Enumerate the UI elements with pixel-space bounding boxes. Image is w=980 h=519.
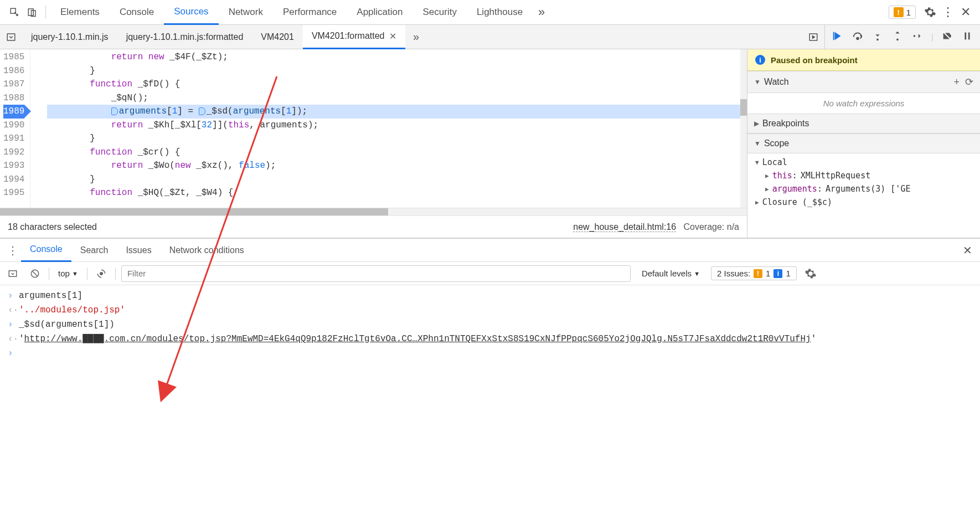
inspect-icon[interactable] (6, 3, 23, 21)
close-drawer-icon[interactable]: ✕ (959, 242, 976, 259)
source-link[interactable]: new_house_detail.html:16 (573, 222, 676, 232)
drawer-tab-issues[interactable]: Issues (117, 239, 160, 262)
source-tabs-row: jquery-1.10.1.min.js jquery-1.10.1.min.j… (0, 25, 980, 49)
debug-controls: | (824, 25, 980, 49)
live-expression-icon[interactable] (93, 265, 110, 282)
console-toolbar: top ▼ Default levels ▼ 2 Issues: !1 i1 (0, 262, 980, 285)
drawer-tab-network-conditions[interactable]: Network conditions (161, 239, 253, 262)
drawer-tab-search[interactable]: Search (71, 239, 117, 262)
log-levels-selector[interactable]: Default levels ▼ (636, 269, 705, 278)
vertical-scrollbar[interactable] (740, 49, 747, 208)
tab-sources[interactable]: Sources (164, 0, 218, 25)
tab-application[interactable]: Application (347, 0, 412, 25)
code-status-bar: 18 characters selected new_house_detail.… (0, 215, 747, 238)
svg-rect-3 (7, 34, 15, 40)
main-panes: 1985198619871988198919901991199219931994… (0, 49, 980, 238)
kebab-menu-icon[interactable]: ⋮ (939, 3, 957, 21)
issues-count: 1 (906, 8, 911, 17)
step-over-icon[interactable] (852, 30, 864, 44)
source-tab-1[interactable]: jquery-1.10.1.min.js:formatted (117, 25, 252, 49)
device-toggle-icon[interactable] (23, 3, 41, 21)
tab-elements[interactable]: Elements (50, 0, 110, 25)
close-devtools-icon[interactable]: ✕ (957, 3, 974, 21)
scope-local[interactable]: ▼Local (755, 156, 980, 169)
info-icon: i (773, 269, 782, 278)
tab-lighthouse[interactable]: Lighthouse (467, 0, 533, 25)
selection-info: 18 characters selected (8, 222, 97, 232)
tab-performance[interactable]: Performance (273, 0, 347, 25)
code-editor[interactable]: 1985198619871988198919901991199219931994… (0, 49, 747, 208)
console-line[interactable]: ‹·'http://www.████.com.cn/modules/top.js… (0, 332, 980, 346)
drawer-tabs: ⋮ Console Search Issues Network conditio… (0, 239, 980, 262)
close-tab-icon[interactable]: ✕ (389, 31, 396, 42)
console-drawer: ⋮ Console Search Issues Network conditio… (0, 238, 980, 364)
paused-banner: i Paused on breakpoint (747, 49, 980, 71)
drawer-menu-icon[interactable]: ⋮ (4, 242, 21, 259)
refresh-watch-icon[interactable]: ⟳ (965, 76, 973, 88)
code-pane: 1985198619871988198919901991199219931994… (0, 49, 747, 238)
settings-icon[interactable] (921, 3, 939, 21)
console-sidebar-toggle-icon[interactable] (4, 265, 21, 282)
warning-icon: ! (894, 7, 904, 17)
issues-badge[interactable]: ! 1 (889, 6, 916, 19)
svg-point-8 (896, 39, 899, 41)
step-into-icon[interactable] (871, 30, 884, 44)
console-line[interactable]: ›arguments[1] (0, 289, 980, 303)
svg-rect-10 (964, 33, 966, 40)
issues-summary[interactable]: 2 Issues: !1 i1 (711, 266, 797, 280)
add-watch-icon[interactable]: + (953, 76, 960, 88)
source-tab-3[interactable]: VM4201:formatted ✕ (303, 25, 405, 49)
filter-input[interactable] (121, 265, 631, 282)
navigator-toggle-icon[interactable] (0, 26, 22, 48)
scope-item-arguments[interactable]: ▶arguments: Arguments(3) ['GE (755, 182, 980, 196)
console-line[interactable]: ‹·'../modules/top.jsp' (0, 303, 980, 317)
step-out-icon[interactable] (891, 30, 904, 44)
clear-console-icon[interactable] (27, 265, 43, 282)
breakpoints-section-header[interactable]: ▶Breakpoints (747, 114, 980, 133)
tab-console[interactable]: Console (110, 0, 164, 25)
scope-closure[interactable]: ▶Closure (_$$c) (755, 196, 980, 209)
svg-point-9 (914, 35, 916, 37)
svg-point-6 (857, 38, 859, 40)
resume-icon[interactable] (832, 30, 844, 44)
run-snippet-icon[interactable] (802, 26, 824, 48)
info-icon: i (755, 55, 765, 65)
console-settings-icon[interactable] (802, 265, 819, 282)
source-tab-2[interactable]: VM4201 (252, 25, 303, 49)
tab-security[interactable]: Security (412, 0, 466, 25)
tab-network[interactable]: Network (219, 0, 273, 25)
svg-point-14 (100, 272, 103, 275)
devtools-main-tabs: Elements Console Sources Network Perform… (0, 0, 980, 25)
svg-rect-5 (833, 32, 834, 40)
debugger-side-pane: i Paused on breakpoint ▼Watch + ⟳ No wat… (747, 49, 980, 238)
console-line[interactable]: ›_$sd(arguments[1]) (0, 317, 980, 332)
watch-section-header[interactable]: ▼Watch + ⟳ (747, 71, 980, 93)
pause-exceptions-icon[interactable] (961, 30, 973, 44)
more-source-tabs-icon[interactable]: » (405, 26, 427, 48)
more-tabs-icon[interactable]: » (533, 3, 550, 21)
svg-rect-12 (9, 270, 17, 276)
step-icon[interactable] (911, 30, 924, 44)
horizontal-scrollbar[interactable] (0, 208, 747, 215)
line-gutter[interactable]: 1985198619871988198919901991199219931994… (0, 49, 30, 208)
console-prompt[interactable]: › (0, 346, 980, 361)
warning-icon: ! (754, 269, 762, 278)
watch-empty: No watch expressions (747, 93, 980, 114)
scope-body: ▼Local ▶this: XMLHttpRequest ▶arguments:… (747, 153, 980, 213)
scope-section-header[interactable]: ▼Scope (747, 133, 980, 153)
coverage-info: Coverage: n/a (683, 222, 739, 232)
console-body[interactable]: ›arguments[1]‹·'../modules/top.jsp'›_$sd… (0, 285, 980, 364)
svg-point-7 (876, 39, 879, 41)
context-selector[interactable]: top ▼ (55, 269, 81, 278)
deactivate-breakpoints-icon[interactable] (941, 30, 953, 44)
code-lines[interactable]: return new _$4F(_$Zt); } function _$fD()… (30, 49, 747, 208)
scope-item-this[interactable]: ▶this: XMLHttpRequest (755, 169, 980, 182)
source-tab-0[interactable]: jquery-1.10.1.min.js (22, 25, 117, 49)
svg-rect-11 (968, 33, 970, 40)
drawer-tab-console[interactable]: Console (21, 239, 71, 262)
